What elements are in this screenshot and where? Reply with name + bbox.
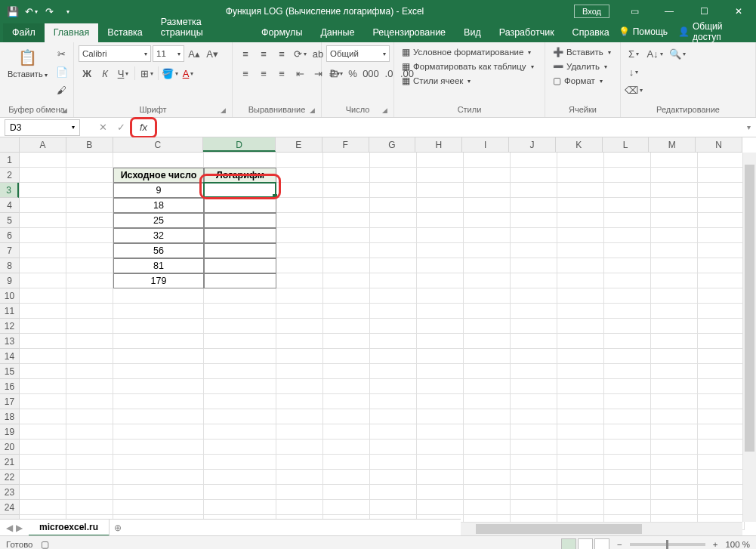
column-header-B[interactable]: B: [66, 137, 113, 152]
sheet-nav-prev[interactable]: ◀: [6, 523, 13, 533]
row-header-22[interactable]: 22: [0, 470, 19, 485]
row-header-20[interactable]: 20: [0, 440, 19, 455]
cell-C8[interactable]: 81: [113, 258, 204, 273]
sheet-nav-next[interactable]: ▶: [16, 523, 23, 533]
row-header-2[interactable]: 2: [0, 168, 19, 183]
font-size-combo[interactable]: 11▾: [153, 45, 184, 62]
column-header-A[interactable]: A: [20, 137, 66, 152]
row-header-11[interactable]: 11: [0, 304, 19, 319]
comma-button[interactable]: 000: [363, 65, 379, 82]
percent-button[interactable]: %: [344, 65, 361, 82]
row-header-24[interactable]: 24: [0, 500, 19, 515]
insert-cells-button[interactable]: ➕ Вставить▾: [550, 45, 614, 59]
cell-C6[interactable]: 32: [113, 228, 204, 243]
align-middle-button[interactable]: ≡: [255, 45, 272, 62]
copy-button[interactable]: 📄: [54, 63, 70, 80]
row-header-6[interactable]: 6: [0, 228, 19, 243]
horizontal-scrollbar[interactable]: [461, 522, 742, 535]
row-header-14[interactable]: 14: [0, 349, 19, 364]
tab-developer[interactable]: Разработчик: [490, 23, 563, 42]
fill-color-button[interactable]: 🪣▾: [162, 65, 178, 82]
bold-button[interactable]: Ж: [79, 65, 95, 82]
minimize-button[interactable]: —: [652, 0, 687, 23]
save-button[interactable]: 💾: [5, 3, 21, 20]
orientation-button[interactable]: ⟳▾: [292, 45, 308, 62]
qat-customize[interactable]: ▾: [59, 3, 76, 20]
cell-C5[interactable]: 25: [113, 213, 204, 228]
page-layout-view-button[interactable]: [578, 538, 593, 550]
delete-cells-button[interactable]: ➖ Удалить▾: [550, 60, 610, 73]
column-header-F[interactable]: F: [322, 137, 369, 152]
login-button[interactable]: Вход: [574, 5, 609, 18]
vertical-scroll-thumb[interactable]: [745, 165, 754, 452]
align-right-button[interactable]: ≡: [273, 65, 290, 82]
enter-formula-button[interactable]: ✓: [112, 119, 130, 136]
macro-recording-icon[interactable]: ▢: [41, 539, 49, 550]
row-header-3[interactable]: 3: [0, 183, 19, 198]
format-cells-button[interactable]: ▢ Формат▾: [550, 74, 606, 88]
tab-pagelayout[interactable]: Разметка страницы: [152, 13, 252, 42]
row-header-9[interactable]: 9: [0, 273, 19, 288]
cell-D2[interactable]: Логарифм: [204, 168, 276, 183]
redo-button[interactable]: ↷: [41, 3, 57, 20]
expand-formula-bar-button[interactable]: ▾: [741, 123, 756, 131]
tab-view[interactable]: Вид: [455, 23, 490, 42]
conditional-formatting-button[interactable]: ▦ Условное форматирование▾: [399, 45, 534, 59]
clear-button[interactable]: ⌫▾: [625, 82, 642, 98]
autosum-button[interactable]: Σ▾: [625, 45, 642, 62]
cell-D5[interactable]: [204, 213, 276, 228]
tab-insert[interactable]: Вставка: [98, 23, 151, 42]
cell-D7[interactable]: [204, 243, 276, 258]
row-header-1[interactable]: 1: [0, 153, 19, 168]
cell-C2[interactable]: Исходное число: [113, 168, 204, 183]
column-header-N[interactable]: N: [696, 137, 742, 152]
sort-filter-button[interactable]: A↓▾: [645, 45, 665, 62]
row-header-18[interactable]: 18: [0, 409, 19, 424]
zoom-in-button[interactable]: +: [713, 540, 718, 549]
sheet-tab-active[interactable]: microexcel.ru: [29, 519, 110, 535]
close-button[interactable]: ✕: [721, 0, 756, 23]
row-header-21[interactable]: 21: [0, 455, 19, 470]
row-header-16[interactable]: 16: [0, 379, 19, 394]
align-top-button[interactable]: ≡: [237, 45, 254, 62]
italic-button[interactable]: К: [97, 65, 113, 82]
font-color-button[interactable]: A▾: [180, 65, 196, 82]
row-header-12[interactable]: 12: [0, 319, 19, 334]
underline-button[interactable]: Ч▾: [115, 65, 131, 82]
cell-D3[interactable]: [204, 183, 276, 198]
page-break-view-button[interactable]: [594, 538, 609, 550]
row-header-15[interactable]: 15: [0, 364, 19, 379]
row-header-17[interactable]: 17: [0, 394, 19, 409]
formula-input[interactable]: [163, 119, 741, 136]
cell-D6[interactable]: [204, 228, 276, 243]
zoom-level[interactable]: 100 %: [725, 540, 750, 549]
paste-button[interactable]: 📋 Вставить▾: [5, 45, 51, 80]
zoom-slider[interactable]: [630, 543, 705, 546]
column-header-E[interactable]: E: [276, 137, 322, 152]
column-header-L[interactable]: L: [603, 137, 650, 152]
row-header-5[interactable]: 5: [0, 213, 19, 228]
cell-D4[interactable]: [204, 198, 276, 213]
row-header-8[interactable]: 8: [0, 258, 19, 273]
tab-review[interactable]: Рецензирование: [364, 23, 455, 42]
row-header-13[interactable]: 13: [0, 334, 19, 349]
align-center-button[interactable]: ≡: [255, 65, 272, 82]
cut-button[interactable]: ✂: [54, 45, 70, 62]
number-format-combo[interactable]: Общий▾: [326, 45, 390, 62]
cancel-formula-button[interactable]: ✕: [94, 119, 112, 136]
align-bottom-button[interactable]: ≡: [273, 45, 290, 62]
cell-C7[interactable]: 56: [113, 243, 204, 258]
zoom-out-button[interactable]: −: [617, 540, 622, 549]
undo-button[interactable]: ↶▾: [23, 3, 39, 20]
row-header-19[interactable]: 19: [0, 424, 19, 440]
normal-view-button[interactable]: [561, 538, 576, 550]
cell-C9[interactable]: 179: [113, 273, 204, 288]
format-painter-button[interactable]: 🖌: [54, 82, 70, 98]
tab-file[interactable]: Файл: [3, 23, 45, 42]
column-header-D[interactable]: D: [203, 137, 276, 152]
format-as-table-button[interactable]: ▦ Форматировать как таблицу▾: [399, 60, 537, 73]
cell-styles-button[interactable]: ▦ Стили ячеек▾: [399, 74, 474, 88]
maximize-button[interactable]: ☐: [687, 0, 721, 23]
new-sheet-button[interactable]: ⊕: [110, 523, 126, 533]
column-header-J[interactable]: J: [509, 137, 556, 152]
